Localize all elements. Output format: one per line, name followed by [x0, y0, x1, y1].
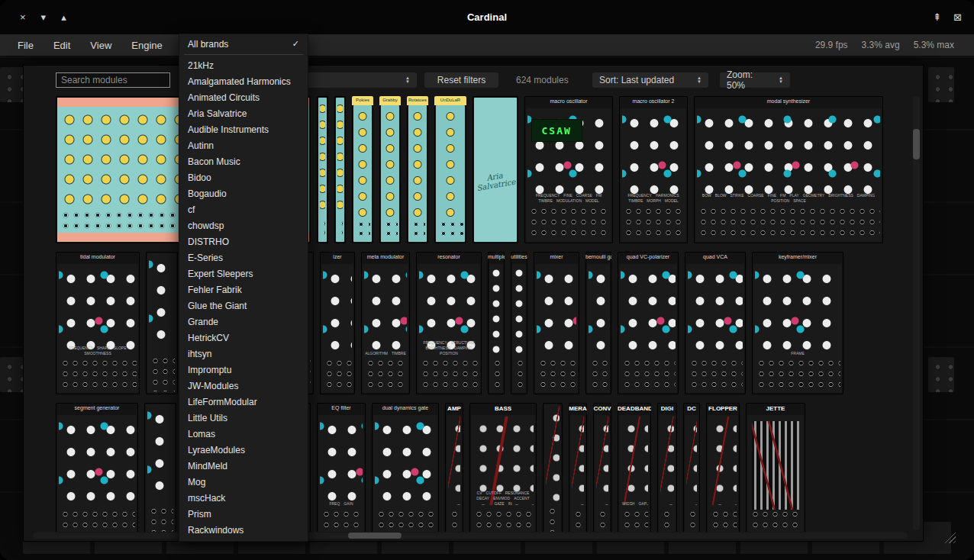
brand-menu-item[interactable]: Grande	[179, 314, 308, 330]
brand-menu-item[interactable]: Bacon Music	[179, 153, 308, 169]
horizontal-scrollbar[interactable]	[33, 533, 908, 539]
close-icon[interactable]: ×	[20, 12, 26, 22]
module-tile[interactable]: multiples	[488, 252, 505, 394]
brand-menu-item[interactable]: Little Utils	[179, 410, 308, 426]
brand-menu-item[interactable]: All brands✓	[179, 36, 308, 52]
module-tile[interactable]: Grabby	[379, 96, 401, 243]
zoom-dropdown[interactable]: Zoom: 50% ▲▼	[720, 72, 790, 88]
module-tile[interactable]: quad VC-polarizer	[618, 252, 679, 394]
module-tile[interactable]: keyframer/mixerFRAME	[752, 252, 843, 394]
module-label: ALGORITHM	[365, 351, 388, 356]
module-tile[interactable]: Aria Salvatrice	[472, 96, 518, 243]
search-input[interactable]	[56, 72, 170, 88]
brand-menu-item[interactable]: Animated Circuits	[179, 89, 308, 105]
vertical-scrollbar-thumb[interactable]	[913, 129, 920, 159]
module-tile[interactable]: AMP	[445, 403, 463, 532]
knob-area	[697, 110, 880, 202]
module-tile[interactable]: FLOPPER	[706, 403, 740, 532]
brand-menu-item[interactable]: LifeFormModular	[179, 394, 308, 410]
brand-menu-item[interactable]: MindMeld	[179, 458, 308, 474]
module-panel	[619, 264, 677, 393]
brand-menu-item[interactable]: 21kHz	[179, 57, 308, 73]
jack-strip	[59, 356, 137, 391]
module-label: BRIGHTNESS	[828, 193, 853, 198]
brand-menu-item[interactable]: chowdsp	[179, 217, 308, 233]
brand-menu-item[interactable]: LyraeModules	[179, 442, 308, 458]
brand-menu-item-label: Prism	[188, 509, 211, 520]
brand-menu-item[interactable]: HetrickCV	[179, 330, 308, 346]
brand-menu-item[interactable]: Rackwindows	[179, 522, 308, 538]
sort-dropdown[interactable]: Sort: Last updated ▲▼	[592, 72, 708, 88]
horizontal-scrollbar-thumb[interactable]	[348, 533, 402, 539]
brand-menu-item[interactable]: Lomas	[179, 426, 308, 442]
brand-menu-item-label: Lomas	[188, 429, 215, 439]
module-tile[interactable]	[317, 96, 328, 243]
module-tile[interactable]: quad VCA	[685, 252, 746, 394]
brand-menu-item[interactable]: Audible Instruments	[179, 121, 308, 137]
module-label: POSITION	[440, 351, 458, 356]
module-tile[interactable]: resonatorFREQUENCYSTRUCTUREBRIGHTNESSDAM…	[416, 252, 482, 394]
module-tile[interactable]: Pokies	[352, 96, 373, 243]
module-label: SLOPE	[114, 346, 127, 350]
brand-menu-item[interactable]: cf	[179, 201, 308, 217]
module-tile[interactable]: DEADBANDWIDTHGAP	[618, 403, 651, 532]
module-tile[interactable]: MERA	[569, 403, 587, 532]
menu-file[interactable]: File	[8, 40, 44, 51]
menu-view[interactable]: View	[80, 40, 121, 51]
brand-menu-item[interactable]: Bidoo	[179, 169, 308, 185]
brand-menu-item[interactable]: Amalgamated Harmonics	[179, 73, 308, 89]
module-tile[interactable]: tidal modulatorFREQUENCYSHAPESLOPESMOOTH…	[56, 252, 140, 394]
brand-menu-item[interactable]: Mog	[179, 474, 308, 490]
brand-menu-item[interactable]: DISTRHO	[179, 233, 308, 249]
brand-menu-item-label: Impromptu	[188, 365, 231, 375]
module-tile[interactable]: BASSCVCUTOFFRESONANCEDECAYENVMODACCENTGA…	[469, 403, 537, 532]
module-tile[interactable]: macro oscillatorCSAWFREQUENCYFINECOARSEF…	[524, 96, 613, 243]
chevron-up-icon[interactable]: ▴	[61, 12, 66, 22]
module-tile[interactable]: dual dynamics gate	[372, 403, 439, 532]
close-box-icon[interactable]: ⊠	[953, 12, 962, 22]
brand-menu-item[interactable]: JW-Modules	[179, 378, 308, 394]
module-tile[interactable]: macro oscillator 2FREQUENCYHARMONICSTIMB…	[619, 96, 688, 243]
vertical-scrollbar[interactable]	[913, 96, 920, 530]
brand-menu-item[interactable]: Fehler Fabrik	[179, 282, 308, 298]
module-tile[interactable]: modal synthesizerBOWBLOWSTRIKECOARSEFINE…	[694, 96, 883, 243]
brand-menu-item[interactable]: Bogaudio	[179, 185, 308, 201]
updown-arrows-icon: ▲▼	[697, 76, 701, 84]
module-tile[interactable]	[146, 252, 178, 394]
module-tile[interactable]: Rotatoes	[407, 96, 428, 243]
jack-strip	[375, 507, 436, 532]
module-tile[interactable]: CONV	[593, 403, 611, 532]
module-labels: FREQGAIN	[320, 501, 363, 506]
brand-menu-item[interactable]: Aria Salvatrice	[179, 105, 308, 121]
jack-strip	[572, 507, 584, 532]
module-tile[interactable]: DIGI	[657, 403, 677, 532]
module-tile[interactable]: EQ filterFREQGAIN	[317, 403, 366, 532]
brand-menu-item[interactable]: Prism	[179, 506, 308, 522]
module-tile[interactable]: meta modulatorALGORITHMTIMBRE	[361, 252, 410, 394]
brand-menu-item-label: LyraeModules	[188, 445, 245, 455]
module-tile[interactable]	[144, 403, 176, 532]
module-tile[interactable]: mixer	[534, 252, 579, 394]
brand-menu-item[interactable]: Expert Sleepers	[179, 266, 308, 282]
brand-menu-item[interactable]: Autinn	[179, 137, 308, 153]
module-tile[interactable]	[334, 96, 346, 243]
module-tile[interactable]: segment generator	[56, 403, 138, 532]
brand-menu-item[interactable]: mscHack	[179, 490, 308, 506]
module-tile[interactable]: JETTE	[746, 403, 805, 532]
brand-menu-item[interactable]: ihtsyn	[179, 346, 308, 362]
chevron-down-icon[interactable]: ▾	[41, 12, 47, 22]
reset-filters-button[interactable]: Reset filters	[424, 72, 498, 88]
brand-menu-item[interactable]: Glue the Giant	[179, 298, 308, 314]
module-tile[interactable]: izer	[320, 252, 355, 394]
brand-menu-item[interactable]: Impromptu	[179, 362, 308, 378]
module-tile[interactable]: bernoulli gate	[585, 252, 611, 394]
keep-above-icon[interactable]: ⇞	[933, 12, 941, 22]
menu-engine[interactable]: Engine	[121, 40, 172, 51]
module-tile[interactable]: DC	[683, 403, 700, 532]
menu-edit[interactable]: Edit	[44, 40, 80, 51]
module-tile[interactable]	[543, 403, 563, 532]
brand-menu-item[interactable]: E-Series	[179, 249, 308, 266]
module-tile[interactable]: utilities	[511, 252, 527, 394]
module-tile[interactable]: UnDuLaR	[434, 96, 466, 243]
module-labels: FREQUENCYHARMONICSTIMBREMORPHMODEL	[622, 193, 685, 203]
